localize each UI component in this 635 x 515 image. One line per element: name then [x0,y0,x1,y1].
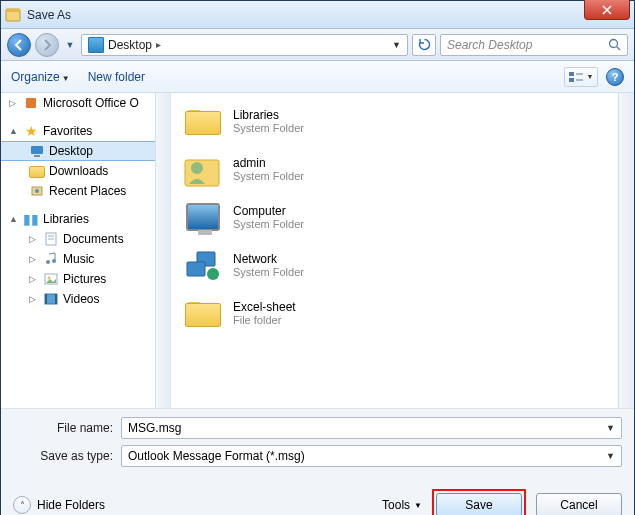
sidebar-item-pictures[interactable]: ▷ Pictures [1,269,170,289]
navigation-row: ▼ Desktop ▸ ▼ Search Desktop [1,29,634,61]
sidebar-item-label: Videos [63,292,99,306]
chevron-up-icon: ˄ [13,496,31,514]
svg-point-16 [46,260,50,264]
file-sub: System Folder [233,170,304,182]
svg-line-3 [617,47,621,51]
sidebar-group-label: Favorites [43,124,92,138]
svg-point-27 [207,268,219,280]
svg-rect-4 [569,72,574,76]
close-icon [602,5,612,15]
sidebar-group-label: Libraries [43,212,89,226]
expand-icon: ▷ [9,98,19,108]
view-mode-button[interactable]: ▼ [564,67,598,87]
videos-icon [43,291,59,307]
sidebar-item-desktop[interactable]: Desktop [1,141,170,161]
file-name: Excel-sheet [233,300,296,314]
svg-point-24 [191,162,203,174]
file-item-network[interactable]: Network System Folder [171,241,634,289]
file-list-scrollbar[interactable] [618,93,634,408]
sidebar-item-label: Documents [63,232,124,246]
sidebar-item-label: Music [63,252,94,266]
downloads-icon [29,163,45,179]
tools-label: Tools [382,498,410,512]
desktop-icon [88,37,104,53]
app-icon [5,7,21,23]
file-name: Computer [233,204,304,218]
save-button[interactable]: Save [436,493,522,515]
svg-rect-8 [26,98,36,108]
help-button[interactable]: ? [606,68,624,86]
sidebar-item-office[interactable]: ▷ Microsoft Office O [1,93,170,113]
chevron-down-icon[interactable]: ▼ [606,451,615,461]
new-folder-button[interactable]: New folder [88,70,145,84]
sidebar-item-recent-places[interactable]: Recent Places [1,181,170,201]
office-icon [23,95,39,111]
save-as-type-value: Outlook Message Format (*.msg) [128,449,305,463]
sidebar-item-downloads[interactable]: Downloads [1,161,170,181]
chevron-right-icon: ▸ [156,39,161,50]
music-icon [43,251,59,267]
svg-rect-5 [569,78,574,82]
folder-icon [183,293,223,333]
expand-icon: ▷ [29,294,39,304]
dialog-body: ▷ Microsoft Office O ▲ ★ Favorites Deskt… [1,93,634,408]
arrow-right-icon [41,39,53,51]
file-sub: System Folder [233,218,304,230]
svg-rect-26 [187,262,205,276]
sidebar-group-favorites[interactable]: ▲ ★ Favorites [1,121,170,141]
sidebar-item-music[interactable]: ▷ Music [1,249,170,269]
svg-point-12 [35,189,39,193]
file-item-admin[interactable]: admin System Folder [171,145,634,193]
breadcrumb-dropdown[interactable]: ▼ [392,40,401,50]
view-icon [569,71,583,83]
recent-places-icon [29,183,45,199]
save-as-type-select[interactable]: Outlook Message Format (*.msg) ▼ [121,445,622,467]
cancel-button[interactable]: Cancel [536,493,622,515]
sidebar-item-documents[interactable]: ▷ Documents [1,229,170,249]
tools-menu[interactable]: Tools ▼ [382,498,422,512]
breadcrumb-bar[interactable]: Desktop ▸ ▼ [81,34,408,56]
window-title: Save As [27,8,71,22]
star-icon: ★ [23,123,39,139]
svg-rect-1 [6,9,20,12]
svg-rect-21 [45,294,47,304]
file-item-computer[interactable]: Computer System Folder [171,193,634,241]
forward-button[interactable] [35,33,59,57]
window-close-button[interactable] [584,0,630,20]
documents-icon [43,231,59,247]
svg-rect-9 [31,146,43,154]
chevron-down-icon[interactable]: ▼ [606,423,615,433]
refresh-button[interactable] [412,34,436,56]
svg-point-2 [610,40,618,48]
organize-menu[interactable]: Organize▼ [11,70,70,84]
sidebar-item-label: Desktop [49,144,93,158]
save-button-highlight: Save [432,489,526,515]
file-item-excel-sheet[interactable]: Excel-sheet File folder [171,289,634,337]
desktop-icon [29,143,45,159]
chevron-down-icon: ▼ [414,501,422,510]
file-sub: System Folder [233,266,304,278]
collapse-icon: ▲ [9,214,19,224]
libraries-icon [183,101,223,141]
sidebar-group-libraries[interactable]: ▲ ▮▮ Libraries [1,209,170,229]
computer-icon [183,197,223,237]
breadcrumb-location: Desktop [108,38,152,52]
pictures-icon [43,271,59,287]
search-input[interactable]: Search Desktop [440,34,628,56]
nav-history-dropdown[interactable]: ▼ [63,33,77,57]
svg-rect-10 [34,155,40,157]
file-list: Libraries System Folder admin System Fol… [171,93,634,408]
search-icon [608,38,621,51]
sidebar-scrollbar[interactable] [155,93,170,408]
file-name: Libraries [233,108,304,122]
file-name: Network [233,252,304,266]
hide-folders-button[interactable]: ˄ Hide Folders [13,496,105,514]
sidebar-item-label: Pictures [63,272,106,286]
save-as-window: Save As ▼ Desktop ▸ ▼ Search Desktop [0,0,635,515]
filename-input[interactable]: MSG.msg ▼ [121,417,622,439]
file-item-libraries[interactable]: Libraries System Folder [171,97,634,145]
sidebar-item-videos[interactable]: ▷ Videos [1,289,170,309]
title-bar: Save As [1,1,634,29]
expand-icon: ▷ [29,234,39,244]
back-button[interactable] [7,33,31,57]
